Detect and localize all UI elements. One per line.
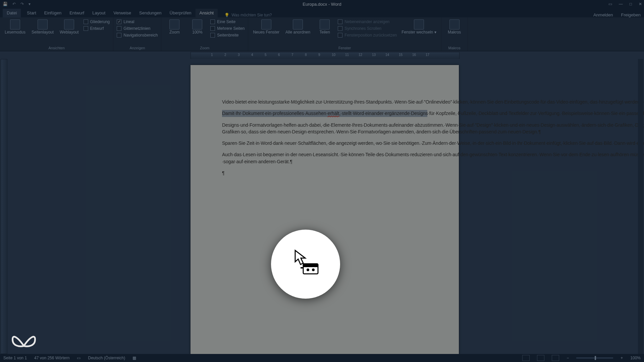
- zoom-label: Zoom: [169, 30, 180, 35]
- paragraph[interactable]: Designs·und·Formatvorlagen·helfen·auch·d…: [222, 122, 427, 135]
- outline-checkbox[interactable]: Gliederung: [84, 19, 110, 24]
- tab-ueberpruefen[interactable]: Überprüfen: [166, 9, 196, 17]
- tab-entwurf[interactable]: Entwurf: [65, 9, 88, 17]
- group-label: Zoom: [165, 46, 245, 51]
- vertical-ruler[interactable]: [1, 59, 7, 354]
- hundred-percent-icon: [192, 19, 202, 29]
- web-layout-icon: [64, 19, 74, 29]
- tab-einfuegen[interactable]: Einfügen: [40, 9, 65, 17]
- ruler-tick: 2: [224, 53, 226, 57]
- magnifier-icon: [169, 19, 179, 29]
- redo-icon[interactable]: ↷: [20, 2, 24, 6]
- read-view-icon[interactable]: [522, 355, 530, 361]
- one-page-button[interactable]: Eine Seite: [210, 19, 245, 24]
- gridlines-checkbox[interactable]: Gitternetzlinien: [117, 26, 158, 31]
- tell-me-placeholder: Was möchten Sie tun?: [231, 13, 272, 17]
- new-window-icon: [261, 19, 271, 29]
- draft-label: Entwurf: [90, 26, 104, 31]
- zoom-button[interactable]: Zoom: [165, 19, 184, 36]
- tab-start[interactable]: Start: [23, 9, 40, 17]
- paragraph-selected[interactable]: Damit·Ihr·Dokument·ein·professionelles·A…: [222, 110, 427, 117]
- page-indicator[interactable]: Seite 1 von 1: [3, 356, 27, 360]
- status-bar: Seite 1 von 1 47 von 256 Wörtern ▭ Deuts…: [0, 354, 644, 362]
- paragraph[interactable]: Auch·das·Lesen·ist·bequemer·in·der·neuen…: [222, 151, 427, 165]
- tab-ansicht[interactable]: Ansicht: [196, 9, 218, 17]
- web-layout-label: Weblayout: [60, 30, 78, 35]
- ruler-checkbox[interactable]: Lineal: [117, 19, 158, 24]
- zoom-slider[interactable]: [576, 357, 613, 359]
- ruler-tick: 8: [305, 53, 307, 57]
- ruler-area: 1234567891011121314151617: [0, 51, 644, 59]
- checkbox-icon: [117, 26, 121, 31]
- checkbox-icon: [84, 26, 88, 31]
- qat-customize-icon[interactable]: ▾: [29, 2, 31, 6]
- horizontal-ruler[interactable]: 1234567891011121314151617: [191, 52, 460, 59]
- read-mode-button[interactable]: Lesemodus: [3, 19, 27, 36]
- ruler-tick: 3: [238, 53, 240, 57]
- ruler-tick: 7: [291, 53, 293, 57]
- tab-layout[interactable]: Layout: [88, 9, 109, 17]
- checkbox-icon: [338, 33, 342, 38]
- butterfly-icon: [11, 330, 37, 349]
- new-window-button[interactable]: Neues Fenster: [252, 19, 281, 36]
- share-button[interactable]: Freigeben: [621, 12, 641, 17]
- group-fenster: Neues Fenster Alle anordnen Teilen Neben…: [248, 17, 441, 51]
- ribbon-options-icon[interactable]: ▭: [608, 2, 612, 6]
- paragraph[interactable]: ¶: [222, 170, 427, 176]
- svg-point-2: [307, 268, 309, 271]
- pages-icon: [210, 26, 215, 31]
- vertical-scrollbar[interactable]: [638, 59, 643, 354]
- split-button[interactable]: Teilen: [315, 19, 334, 36]
- cursor-robot-icon: [293, 249, 320, 276]
- sign-in-link[interactable]: Anmelden: [593, 12, 613, 17]
- tab-verweise[interactable]: Verweise: [109, 9, 135, 17]
- paragraph[interactable]: Video·bietet·eine·leistungsstarke·Möglic…: [222, 99, 427, 105]
- web-layout-button[interactable]: Weblayout: [58, 19, 80, 36]
- zoom-in-button[interactable]: +: [621, 356, 623, 360]
- tab-datei[interactable]: Datei: [3, 9, 21, 17]
- ruler-tick: 11: [345, 53, 349, 57]
- minimize-icon[interactable]: —: [619, 2, 623, 6]
- document-body[interactable]: Video·bietet·eine·leistungsstarke·Möglic…: [191, 65, 459, 176]
- proofing-icon[interactable]: ▭: [77, 356, 80, 360]
- print-layout-button[interactable]: Seitenlayout: [30, 19, 55, 36]
- web-view-icon[interactable]: [552, 355, 559, 361]
- svg-rect-1: [303, 264, 318, 267]
- zoom-100-button[interactable]: 100%: [187, 19, 207, 36]
- tab-sendungen[interactable]: Sendungen: [135, 9, 166, 17]
- close-icon[interactable]: ✕: [639, 2, 642, 6]
- track-changes-icon[interactable]: ▦: [132, 356, 136, 360]
- multi-page-button[interactable]: Mehrere Seiten: [210, 26, 245, 31]
- ribbon: Lesemodus Seitenlayout Weblayout Glieder…: [0, 17, 644, 51]
- word-count[interactable]: 47 von 256 Wörtern: [34, 356, 69, 360]
- lightbulb-icon: 💡: [224, 13, 229, 17]
- tell-me-search[interactable]: 💡 Was möchten Sie tun?: [224, 13, 272, 17]
- zoom-out-button[interactable]: −: [567, 356, 569, 360]
- page-icon: [210, 19, 215, 24]
- svg-rect-4: [301, 267, 303, 268]
- undo-icon[interactable]: ↶: [12, 2, 16, 6]
- sync-scroll-label: Synchrones Scrollen: [344, 26, 381, 31]
- ruler-label: Lineal: [123, 19, 134, 24]
- language-indicator[interactable]: Deutsch (Österreich): [88, 356, 125, 360]
- switch-windows-button[interactable]: Fenster wechseln ▾: [400, 19, 437, 36]
- document-page[interactable]: Video·bietet·eine·leistungsstarke·Möglic…: [191, 65, 459, 362]
- group-label: Ansichten: [3, 46, 110, 51]
- spelling-error[interactable]: erhält: [327, 111, 339, 116]
- maximize-icon[interactable]: □: [630, 2, 632, 6]
- ruler-tick: 14: [385, 53, 389, 57]
- group-makros: Makros Makros: [441, 17, 468, 51]
- side-by-side-label: Nebeneinander anzeigen: [344, 19, 389, 24]
- print-view-icon[interactable]: [537, 355, 544, 361]
- text-run: ,·stellt·Word·einander·ergänzende·Design…: [339, 111, 644, 116]
- navpane-checkbox[interactable]: Navigationsbereich: [117, 33, 158, 38]
- paragraph[interactable]: Sparen·Sie·Zeit·in·Word·dank·neuer·Schal…: [222, 140, 427, 146]
- draft-checkbox[interactable]: Entwurf: [84, 26, 110, 31]
- arrange-all-button[interactable]: Alle anordnen: [284, 19, 312, 36]
- group-label: Fenster: [252, 46, 437, 51]
- macros-button[interactable]: Makros: [445, 19, 464, 36]
- save-icon[interactable]: 💾: [3, 2, 8, 6]
- one-page-label: Eine Seite: [217, 19, 235, 24]
- page-width-button[interactable]: Seitenbreite: [210, 33, 245, 38]
- zoom-percentage[interactable]: 100%: [630, 356, 641, 360]
